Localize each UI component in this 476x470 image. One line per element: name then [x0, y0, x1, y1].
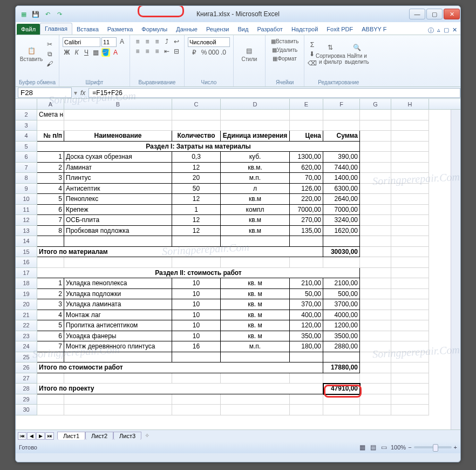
cell[interactable] — [221, 405, 290, 415]
new-sheet-icon[interactable]: ✧ — [141, 432, 153, 439]
cell[interactable] — [391, 152, 429, 163]
cell[interactable] — [37, 236, 64, 247]
cell[interactable]: 12 — [172, 194, 221, 205]
view-layout-icon[interactable]: ▤ — [369, 443, 378, 452]
zoom-in-icon[interactable]: + — [454, 444, 457, 451]
cell[interactable] — [323, 236, 360, 247]
align-mid-icon[interactable]: ≡ — [143, 37, 152, 46]
cell[interactable]: Пропитка антисептиком — [64, 320, 172, 331]
cell[interactable]: Количество — [172, 131, 221, 142]
paste-button[interactable]: 📋Вставить — [19, 37, 44, 71]
cell[interactable]: Итого по стоимости работ — [37, 362, 323, 373]
cell[interactable]: 16 — [172, 341, 221, 352]
tab-abbyy[interactable]: ABBYY F — [357, 24, 391, 35]
cell[interactable] — [221, 120, 290, 131]
cell[interactable] — [323, 373, 360, 384]
format-painter-icon[interactable]: 🖌 — [45, 59, 54, 68]
cell[interactable] — [64, 352, 172, 363]
cell[interactable] — [360, 405, 391, 415]
cell[interactable]: 1200,00 — [323, 320, 360, 331]
col-header[interactable]: A — [37, 99, 64, 109]
sort-filter-button[interactable]: ⇅Сортировка и фильтр — [318, 37, 343, 71]
cell[interactable]: Итого по материалам — [37, 247, 323, 258]
cell[interactable]: Раздел II: стоимость работ — [37, 268, 360, 279]
cell[interactable]: 120,00 — [290, 320, 323, 331]
zoom-level[interactable]: 100% — [391, 444, 406, 451]
cell[interactable]: Ламинат — [64, 163, 172, 173]
cell[interactable] — [391, 142, 429, 152]
cell[interactable] — [360, 173, 391, 184]
tab-formulas[interactable]: Формулы — [137, 24, 172, 35]
row-header[interactable]: 4 — [16, 131, 37, 142]
cell[interactable] — [221, 394, 290, 405]
cell[interactable]: кв.м — [221, 215, 290, 226]
cell[interactable] — [290, 110, 323, 120]
cell[interactable] — [391, 247, 429, 258]
inc-dec-icon[interactable]: .0 — [219, 48, 228, 57]
cell[interactable] — [360, 215, 391, 226]
cell[interactable]: Единица измерения — [221, 131, 290, 142]
view-normal-icon[interactable]: ▦ — [358, 443, 367, 452]
col-header[interactable]: H — [391, 99, 429, 109]
cell[interactable] — [360, 268, 391, 279]
cell[interactable]: куб. — [221, 152, 290, 163]
cell[interactable]: кв.м — [221, 226, 290, 237]
cell[interactable] — [64, 110, 172, 120]
cell[interactable] — [37, 352, 64, 363]
cell[interactable]: 8 — [37, 226, 64, 237]
cell[interactable] — [323, 394, 360, 405]
minimize-button[interactable]: — — [409, 9, 425, 19]
row-header[interactable]: 22 — [16, 320, 37, 331]
cell[interactable] — [290, 257, 323, 268]
cell[interactable] — [391, 194, 429, 205]
tab-review[interactable]: Рецензи — [202, 24, 234, 35]
cell[interactable] — [360, 236, 391, 247]
fx-icon[interactable]: fx — [77, 89, 89, 97]
cell[interactable] — [323, 120, 360, 131]
cell[interactable] — [391, 394, 429, 405]
row-header[interactable]: 20 — [16, 299, 37, 310]
border-icon[interactable]: ▦ — [92, 48, 100, 57]
cell[interactable]: 126,00 — [290, 184, 323, 194]
cell[interactable]: 4 — [37, 310, 64, 321]
number-format-select[interactable] — [188, 37, 230, 47]
cell[interactable] — [391, 163, 429, 173]
cell[interactable]: 3 — [37, 173, 64, 184]
cell[interactable] — [221, 236, 290, 247]
cell[interactable]: м.п. — [221, 341, 290, 352]
cell[interactable] — [221, 110, 290, 120]
cell[interactable] — [360, 310, 391, 321]
cell[interactable] — [360, 194, 391, 205]
cell[interactable]: кв. м — [221, 289, 290, 300]
sheet-nav-prev-icon[interactable]: ◀ — [27, 432, 36, 440]
cell[interactable]: 3240,00 — [323, 215, 360, 226]
cell[interactable] — [290, 236, 323, 247]
cell[interactable]: 1 — [172, 205, 221, 216]
font-name-select[interactable] — [63, 37, 100, 47]
copy-icon[interactable]: ⧉ — [45, 50, 54, 58]
format-cells-button[interactable]: ▦ Формат — [270, 55, 299, 63]
cell[interactable]: 7000,00 — [323, 205, 360, 216]
cell[interactable] — [290, 373, 323, 384]
cut-icon[interactable]: ✂ — [45, 40, 54, 49]
zoom-slider[interactable] — [414, 446, 452, 448]
align-bot-icon[interactable]: ≡ — [153, 37, 161, 46]
cell[interactable]: 5 — [37, 194, 64, 205]
cell[interactable] — [37, 373, 64, 384]
row-header[interactable]: 2 — [16, 110, 37, 120]
cell[interactable] — [391, 352, 429, 363]
cell[interactable] — [221, 373, 290, 384]
cell[interactable] — [221, 352, 290, 363]
cell[interactable]: 10 — [172, 310, 221, 321]
row-header[interactable]: 8 — [16, 173, 37, 184]
cell[interactable] — [360, 299, 391, 310]
row-header[interactable]: 28 — [16, 384, 37, 394]
cell[interactable] — [172, 110, 221, 120]
cell[interactable] — [360, 226, 391, 237]
cell[interactable]: 70,00 — [290, 173, 323, 184]
cell[interactable]: 390,00 — [323, 152, 360, 163]
formula-input[interactable]: =F15+F26 — [89, 88, 460, 98]
styles-button[interactable]: ▤Стили — [237, 37, 262, 71]
cell[interactable]: 30030,00 — [323, 247, 360, 258]
cell[interactable] — [290, 120, 323, 131]
